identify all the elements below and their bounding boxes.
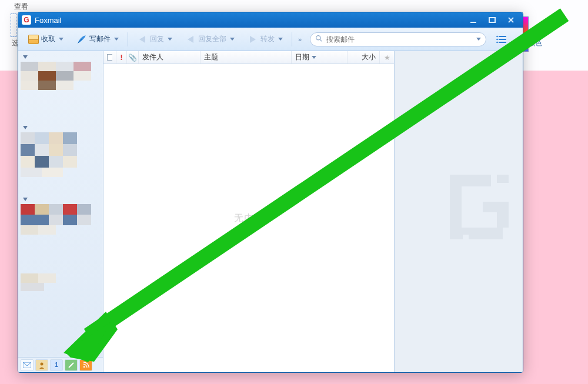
feather-icon [76,34,87,45]
column-star[interactable]: ★ [380,51,394,64]
column-checkbox[interactable] [103,51,116,64]
view-toggle-button[interactable] [493,33,510,46]
toolbar-overflow-button[interactable]: » [296,36,304,43]
reply-label: 回复 [150,34,164,44]
message-list-empty: 无内容 [103,64,394,372]
watermark-logo-icon [450,175,509,239]
svg-point-7 [496,35,498,37]
titlebar[interactable]: G Foxmail [18,12,523,28]
svg-rect-0 [470,22,476,23]
account-blurred-content [21,204,91,239]
svg-point-11 [41,362,44,365]
sidebar: 1 [18,51,103,372]
maximize-button[interactable] [484,15,500,25]
account-item[interactable] [21,54,101,96]
close-button[interactable] [503,15,519,25]
empty-text: 无内容 [234,212,264,225]
collapse-caret-icon [23,55,28,59]
svg-point-2 [316,35,320,39]
search-input[interactable] [326,35,473,44]
window-title: Foxmail [35,16,465,25]
dropdown-caret-icon [168,38,172,41]
svg-rect-1 [489,18,495,22]
column-size[interactable]: 大小 [348,51,380,64]
column-attachment[interactable]: 📎 [127,51,139,64]
forward-button[interactable]: 转发 [242,31,288,48]
dropdown-caret-icon [114,38,119,41]
receive-button[interactable]: 收取 [23,31,69,48]
dropdown-caret-icon [278,38,283,41]
collapse-caret-icon [23,126,28,129]
reply-all-arrow-icon [185,34,196,45]
search-box[interactable] [310,32,486,46]
toolbar-separator [128,32,128,46]
column-sender[interactable]: 发件人 [139,51,201,64]
account-item[interactable] [21,124,101,179]
paperclip-icon: 📎 [128,54,137,62]
bg-menu-view: 查看 [14,2,28,12]
toolbar: 收取 写邮件 回复 回复全部 转发 » [18,28,523,51]
compose-label: 写邮件 [89,34,111,44]
forward-arrow-icon [248,34,258,45]
forward-label: 转发 [260,34,275,44]
svg-point-12 [83,366,85,368]
collapse-caret-icon [23,198,28,201]
column-date-label: 日期 [295,52,309,62]
svg-line-3 [320,39,322,41]
svg-point-8 [496,38,498,40]
notes-tab-icon[interactable] [65,359,78,371]
account-blurred-content [21,273,91,293]
minimize-button[interactable] [465,15,482,25]
receive-label: 收取 [41,34,55,44]
reply-all-button[interactable]: 回复全部 [180,31,240,48]
column-priority[interactable]: ! [116,51,127,64]
column-header-row: ! 📎 发件人 主题 日期 大小 ★ [103,51,394,64]
account-item[interactable] [21,273,101,293]
reply-button[interactable]: 回复 [132,31,178,48]
foxmail-window: G Foxmail 收取 写邮件 [18,12,523,373]
contacts-tab-icon[interactable] [35,359,48,371]
svg-point-9 [496,41,498,43]
bg-label-color: 颜色 [528,38,542,48]
preview-pane [395,51,523,372]
search-icon [315,35,323,44]
account-blurred-content [21,62,91,96]
app-logo-icon: G [22,15,31,25]
rss-tab-icon[interactable] [79,359,92,371]
search-scope-caret-icon[interactable] [476,38,481,41]
account-item[interactable] [21,196,101,239]
reply-arrow-icon [137,34,148,45]
dropdown-caret-icon [59,38,64,41]
svg-rect-13 [108,55,113,61]
dropdown-caret-icon [230,38,235,41]
calendar-tab-icon[interactable]: 1 [50,359,63,371]
bg-dashed-box [11,14,16,37]
account-blurred-content [21,132,91,179]
envelope-icon [28,34,39,45]
compose-button[interactable]: 写邮件 [71,31,124,48]
star-icon: ★ [384,54,390,62]
sidebar-bottom-tabs: 1 [18,357,103,372]
toolbar-separator [292,32,292,46]
mail-tab-icon[interactable] [21,359,34,371]
message-list-pane: ! 📎 发件人 主题 日期 大小 ★ 无内容 [103,51,395,372]
column-subject[interactable]: 主题 [201,51,292,64]
column-date[interactable]: 日期 [292,51,348,64]
sort-caret-icon [312,56,316,59]
reply-all-label: 回复全部 [198,34,226,44]
